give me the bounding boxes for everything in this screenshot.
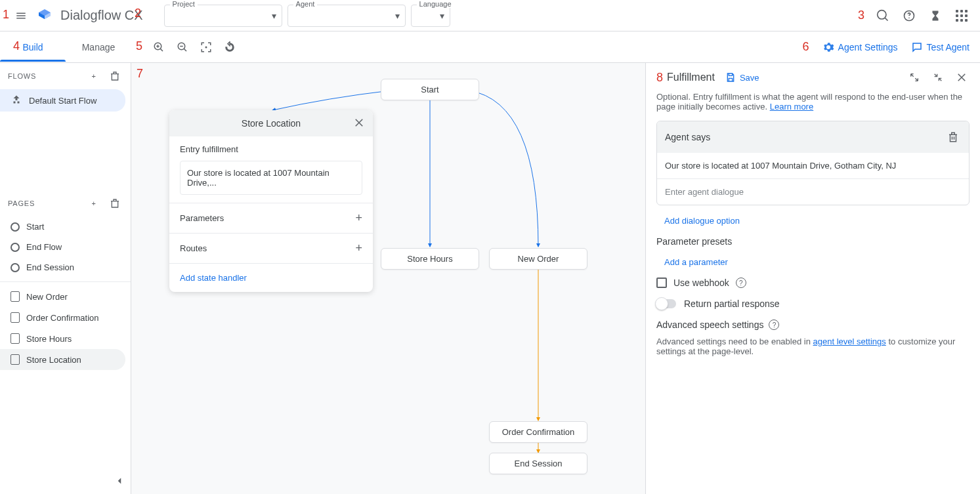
fit-view-icon[interactable] — [198, 39, 214, 55]
svg-point-3 — [205, 46, 207, 48]
collapse-sidebar-icon[interactable] — [114, 475, 125, 489]
help-icon[interactable]: ? — [736, 278, 746, 288]
page-end-flow[interactable]: End Flow — [0, 237, 125, 257]
sidebar-item-label: Default Start Flow — [29, 96, 96, 106]
sidebar: FLOWS + Default Start Flow PAGES + Start… — [0, 63, 131, 494]
advanced-speech-heading: Advanced speech settings — [656, 319, 763, 330]
flows-header: FLOWS + — [0, 63, 131, 89]
page-start[interactable]: Start — [0, 216, 125, 237]
save-icon — [725, 72, 736, 83]
return-partial-label: Return partial response — [684, 298, 780, 309]
node-store-hours[interactable]: Store Hours — [381, 248, 479, 270]
agent-selector[interactable]: Agent ▾ — [288, 5, 406, 27]
circle-icon — [11, 243, 20, 252]
delete-page-icon[interactable] — [107, 196, 123, 211]
page-order-confirmation[interactable]: Order Confirmation — [0, 307, 125, 328]
save-button[interactable]: Save — [725, 72, 759, 83]
use-webhook-checkbox[interactable] — [656, 278, 667, 288]
search-icon[interactable] — [875, 8, 891, 24]
zoom-in-icon[interactable] — [151, 39, 167, 55]
fulfillment-panel: 8 Fulfillment Save Optional. Entry fulfi… — [645, 63, 980, 494]
page-new-order[interactable]: New Order — [0, 286, 125, 307]
delete-flow-icon[interactable] — [107, 68, 123, 84]
panel-description: Optional. Entry fulfillment is what the … — [656, 92, 969, 112]
add-dialogue-link[interactable]: Add dialogue option — [656, 216, 969, 226]
help-icon[interactable]: ? — [769, 319, 779, 330]
marker-1: 1 — [3, 8, 9, 22]
hourglass-icon[interactable] — [927, 8, 943, 24]
file-icon — [11, 312, 20, 323]
tab-build[interactable]: Build — [0, 33, 66, 62]
sidebar-item-label: Start — [26, 222, 44, 232]
close-panel-icon[interactable] — [954, 70, 969, 85]
node-order-confirmation[interactable]: Order Confirmation — [489, 421, 587, 443]
chat-icon — [911, 41, 923, 53]
tab-manage[interactable]: Manage — [66, 33, 131, 62]
agent-settings-link[interactable]: Agent Settings — [822, 41, 898, 53]
marker-7: 7 — [137, 67, 143, 81]
menu-icon[interactable] — [13, 8, 29, 24]
chevron-down-icon: ▾ — [272, 10, 276, 21]
entry-fulfillment-item[interactable]: Our store is located at 1007 Mountain Dr… — [180, 161, 362, 195]
add-route-icon[interactable]: + — [355, 241, 362, 255]
file-icon — [11, 291, 20, 302]
agent-level-settings-link[interactable]: agent level settings — [813, 337, 886, 346]
flow-default-start[interactable]: Default Start Flow — [0, 89, 125, 112]
sidebar-item-label: New Order — [26, 292, 68, 302]
actionbar: 4 Build Manage 5 6 Agent Settings Test A… — [0, 31, 980, 63]
agent-says-box: Agent says Our store is located at 1007 … — [656, 121, 969, 205]
page-card-title: Store Location — [242, 118, 301, 129]
circle-icon — [11, 222, 20, 232]
close-icon[interactable] — [353, 117, 365, 131]
use-webhook-label: Use webhook — [673, 278, 729, 288]
page-store-location[interactable]: Store Location — [0, 349, 125, 370]
file-icon — [11, 354, 20, 365]
file-icon — [11, 333, 20, 344]
chevron-down-icon: ▾ — [395, 10, 400, 21]
add-parameter-icon[interactable]: + — [355, 211, 362, 225]
agent-dialogue-text[interactable]: Our store is located at 1007 Mountain Dr… — [657, 153, 969, 179]
delete-icon[interactable] — [945, 129, 961, 145]
page-store-hours[interactable]: Store Hours — [0, 328, 125, 349]
apps-icon[interactable] — [954, 8, 969, 24]
sidebar-item-label: Store Location — [26, 355, 81, 365]
parameters-label: Parameters — [180, 213, 224, 223]
learn-more-link[interactable]: Learn more — [770, 102, 813, 112]
expand-icon[interactable] — [906, 70, 922, 85]
marker-4: 4 — [13, 39, 20, 53]
language-selector[interactable]: Language ▾ — [411, 5, 450, 27]
add-flow-icon[interactable]: + — [86, 68, 102, 84]
marker-3: 3 — [858, 9, 864, 22]
zoom-out-icon[interactable] — [175, 39, 190, 55]
panel-title: Fulfillment — [667, 72, 715, 83]
collapse-icon[interactable] — [930, 70, 946, 85]
sidebar-item-label: End Flow — [26, 242, 62, 252]
help-icon[interactable] — [901, 8, 917, 24]
topbar: 1 Dialogflow CX 2 Project ▾ Agent ▾ Lang… — [0, 0, 980, 31]
gear-icon — [822, 41, 834, 53]
test-agent-link[interactable]: Test Agent — [911, 41, 969, 53]
flow-canvas[interactable]: 7 Start Store Hours New Order Order Conf… — [131, 63, 645, 494]
marker-5: 5 — [136, 39, 142, 53]
marker-6: 6 — [803, 40, 809, 54]
page-end-session[interactable]: End Session — [0, 257, 125, 278]
node-end-session[interactable]: End Session — [489, 453, 587, 474]
project-selector[interactable]: Project ▾ — [164, 5, 282, 27]
sidebar-item-label: End Session — [26, 262, 74, 272]
add-page-icon[interactable]: + — [86, 196, 102, 211]
dialogflow-logo — [37, 8, 53, 24]
marker-8: 8 — [656, 71, 663, 85]
sidebar-item-label: Order Confirmation — [26, 313, 99, 323]
node-start[interactable]: Start — [381, 79, 479, 100]
return-partial-toggle[interactable] — [656, 299, 676, 308]
add-state-handler-link[interactable]: Add state handler — [169, 264, 373, 292]
product-name: Dialogflow CX — [60, 8, 143, 23]
agent-dialogue-input[interactable]: Enter agent dialogue — [657, 179, 969, 205]
advanced-note: Advanced settings need to be enabled in … — [656, 337, 969, 356]
routes-label: Routes — [180, 243, 207, 253]
node-new-order[interactable]: New Order — [489, 248, 587, 270]
reset-rotation-icon[interactable] — [222, 39, 238, 55]
pages-header: PAGES + — [0, 190, 131, 216]
agent-says-label: Agent says — [665, 132, 710, 142]
add-parameter-link[interactable]: Add a parameter — [656, 257, 969, 267]
